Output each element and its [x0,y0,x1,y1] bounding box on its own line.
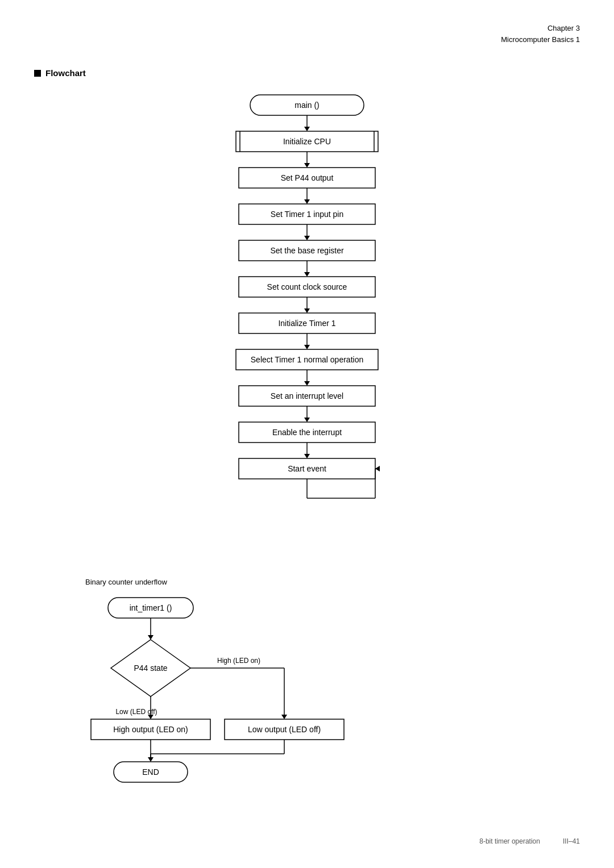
svg-text:int_timer1 (): int_timer1 () [130,603,172,612]
svg-text:main (): main () [294,101,320,110]
flowchart-svg: main () Initialize CPU Set P44 output Se… [148,89,466,566]
svg-text:Initialize CPU: Initialize CPU [283,137,331,146]
svg-text:Set Timer 1 input pin: Set Timer 1 input pin [271,210,343,219]
bullet-icon [34,70,41,77]
chapter-title: Chapter 3 [501,23,580,34]
svg-text:Enable the interrupt: Enable the interrupt [272,428,342,437]
svg-text:Set the base register: Set the base register [270,246,344,255]
svg-marker-25 [304,308,310,313]
svg-marker-13 [304,199,310,204]
svg-marker-70 [148,757,154,762]
svg-marker-17 [304,236,310,240]
svg-text:Set an interrupt level: Set an interrupt level [271,391,343,400]
section-title: Flowchart [34,68,580,78]
svg-marker-37 [304,418,310,422]
binary-counter-label: Binary counter underflow [85,578,580,586]
svg-marker-3 [304,127,310,131]
svg-text:P44 state: P44 state [134,663,167,673]
svg-marker-52 [148,635,154,640]
svg-text:END: END [142,767,159,777]
chapter-header: Chapter 3 Microcomputer Basics 1 [501,23,580,45]
svg-text:Start event: Start event [288,464,326,473]
flowchart2-svg: int_timer1 () P44 state Low (LED off) Hi… [80,592,421,808]
footer-right: III–41 [563,837,580,845]
section-label: Flowchart [45,68,86,78]
svg-marker-29 [304,345,310,349]
main-flowchart: main () Initialize CPU Set P44 output Se… [34,89,580,566]
page-footer: 8-bit timer operation III–41 [479,837,580,845]
svg-text:Low output (LED off): Low output (LED off) [248,725,321,734]
footer-left: 8-bit timer operation [479,837,540,845]
svg-marker-60 [281,715,287,719]
svg-marker-9 [304,163,310,168]
svg-marker-33 [304,381,310,386]
svg-text:Select Timer 1 normal operatio: Select Timer 1 normal operation [251,355,363,364]
page: Chapter 3 Microcomputer Basics 1 Flowcha… [0,0,614,868]
svg-marker-48 [375,466,380,471]
svg-text:Low (LED off): Low (LED off) [115,708,157,716]
svg-marker-21 [304,272,310,277]
svg-text:Set P44 output: Set P44 output [281,173,334,182]
svg-text:Set count clock source: Set count clock source [267,282,347,291]
svg-text:Initialize Timer 1: Initialize Timer 1 [278,319,335,328]
svg-text:High output (LED on): High output (LED on) [113,725,188,734]
svg-text:High (LED on): High (LED on) [217,657,260,665]
svg-marker-41 [304,454,310,458]
chapter-subtitle: Microcomputer Basics 1 [501,34,580,45]
second-flowchart-section: Binary counter underflow int_timer1 () P… [80,578,580,809]
